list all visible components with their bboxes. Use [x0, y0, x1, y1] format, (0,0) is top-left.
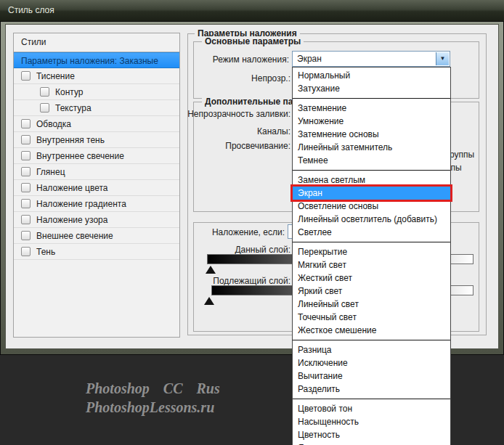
slider-handle-icon[interactable]: [204, 297, 214, 305]
sidebar-item[interactable]: Тиснение: [14, 68, 179, 84]
menu-separator: [293, 98, 450, 99]
checkbox-icon[interactable]: [40, 103, 49, 113]
blend-mode-option[interactable]: Затемнение основы: [293, 128, 450, 141]
checkbox-icon[interactable]: [21, 167, 31, 176]
blend-mode-option[interactable]: Темнее: [293, 154, 450, 167]
blend-mode-option[interactable]: Жесткое смешение: [293, 324, 450, 337]
sidebar-item-label: Внутреннее свечение: [36, 151, 124, 161]
sidebar-item[interactable]: Внутреннее свечение: [14, 148, 179, 164]
this-layer-label: Данный слой:: [189, 245, 290, 255]
blend-mode-option[interactable]: Жесткий свет: [293, 272, 450, 285]
underlying-layer-label: Подлежащий слой:: [189, 276, 290, 286]
blend-if-label: Наложение, если:: [183, 227, 285, 237]
sidebar-item-label: Тень: [36, 247, 55, 257]
checkbox-icon[interactable]: [21, 119, 31, 128]
window-titlebar[interactable]: Стиль слоя: [0, 0, 504, 22]
blend-mode-option[interactable]: Мягкий свет: [293, 258, 450, 272]
sidebar-item[interactable]: Наложение цвета: [14, 180, 179, 196]
menu-separator: [293, 340, 450, 340]
blend-mode-option[interactable]: Затемнение: [293, 102, 450, 115]
blend-mode-option[interactable]: Линейный свет: [293, 298, 450, 311]
blend-mode-option[interactable]: Вычитание: [293, 370, 450, 383]
sidebar-item-label: Контур: [55, 87, 83, 97]
blend-mode-option[interactable]: Насыщенность: [293, 415, 450, 428]
sidebar-item-label: Глянец: [36, 167, 65, 177]
styles-list-header: Стили: [14, 33, 179, 52]
sidebar-item-label: Обводка: [36, 119, 71, 129]
blend-mode-option[interactable]: Разница: [293, 343, 450, 356]
blend-mode-value: Экран: [297, 52, 322, 66]
blend-mode-option[interactable]: Перекрытие: [293, 245, 450, 258]
blend-mode-option[interactable]: Цветовой тон: [293, 402, 450, 415]
checkbox-icon[interactable]: [21, 151, 31, 160]
blend-mode-option[interactable]: Яркий свет: [293, 285, 450, 298]
blend-mode-option[interactable]: Линейный осветлитель (добавить): [293, 213, 450, 226]
blend-mode-option[interactable]: Замена светлым: [293, 173, 450, 187]
slider-handle-icon[interactable]: [206, 266, 216, 274]
blend-mode-option[interactable]: Цветность: [293, 428, 450, 441]
sidebar-items: ТиснениеКонтурТекстураОбводкаВнутренняя …: [14, 68, 179, 260]
blend-mode-option[interactable]: Умножение: [293, 115, 450, 128]
blend-mode-option[interactable]: Затухание: [293, 82, 450, 95]
fill-opacity-label: Непрозрачность заливки:: [187, 109, 290, 119]
blend-mode-option[interactable]: Исключение: [293, 356, 450, 370]
menu-separator: [293, 170, 450, 171]
menu-separator: [293, 242, 450, 242]
checkbox-icon[interactable]: [40, 87, 49, 97]
checkbox-icon[interactable]: [21, 183, 31, 192]
blend-mode-option[interactable]: Осветление основы: [293, 200, 450, 213]
blend-mode-combobox[interactable]: Экран ▼: [292, 51, 450, 67]
sidebar-item-blending-options[interactable]: Параметры наложения: Заказные: [14, 52, 179, 68]
sidebar-item[interactable]: Контур: [14, 84, 179, 100]
blend-mode-option[interactable]: Разделить: [293, 383, 450, 396]
sidebar-item-label: Внутренняя тень: [36, 135, 105, 145]
sidebar-item[interactable]: Наложение узора: [14, 212, 179, 228]
sidebar-item[interactable]: Наложение градиента: [14, 196, 179, 212]
sidebar-item-label: Наложение градиента: [36, 199, 126, 209]
watermark-line2: PhotoshopLessons.ru: [86, 398, 220, 417]
sidebar-item[interactable]: Глянец: [14, 164, 179, 180]
sidebar-item-label: Наложение узора: [36, 215, 107, 225]
knockout-label: Просвечивание:: [187, 141, 290, 151]
watermark: Photoshop CC Rus PhotoshopLessons.ru: [86, 379, 220, 417]
sidebar-item[interactable]: Внутренняя тень: [14, 132, 179, 148]
channels-label: Каналы:: [187, 126, 290, 136]
blend-mode-option[interactable]: Яркость: [293, 441, 450, 445]
checkbox-icon[interactable]: [21, 231, 31, 240]
styles-list-panel: Стили Параметры наложения: Заказные Тисн…: [13, 33, 180, 338]
sidebar-item[interactable]: Внешнее свечение: [14, 228, 179, 244]
sidebar-item[interactable]: Текстура: [14, 100, 179, 116]
blend-mode-option[interactable]: Светлее: [293, 226, 450, 239]
blend-mode-listbox: НормальныйЗатуханиеЗатемнениеУмножениеЗа…: [292, 67, 451, 445]
checkbox-icon[interactable]: [21, 215, 31, 224]
blend-mode-option[interactable]: Нормальный: [293, 69, 450, 82]
checkbox-icon[interactable]: [21, 199, 31, 208]
checkbox-icon[interactable]: [21, 247, 31, 256]
blend-mode-option[interactable]: Экран: [293, 187, 450, 200]
sidebar-item-label: Наложение цвета: [36, 183, 107, 193]
checkbox-icon[interactable]: [21, 135, 31, 144]
sidebar-item-label: Тиснение: [36, 71, 75, 81]
menu-separator: [293, 399, 450, 399]
sidebar-item-label: Внешнее свечение: [36, 231, 113, 241]
opacity-label: Непрозр.:: [218, 73, 290, 83]
sidebar-item[interactable]: Тень: [14, 244, 179, 260]
sidebar-item-label: Текстура: [55, 103, 92, 113]
checkbox-icon[interactable]: [21, 71, 31, 81]
chevron-down-icon[interactable]: ▼: [436, 52, 449, 65]
blend-mode-option[interactable]: Точечный свет: [293, 311, 450, 324]
general-blending-group-label: Основные параметры: [202, 36, 304, 46]
sidebar-item[interactable]: Обводка: [14, 116, 179, 132]
window-title: Стиль слоя: [8, 5, 54, 15]
blend-mode-label: Режим наложения:: [189, 54, 289, 65]
watermark-line1: Photoshop CC Rus: [86, 379, 220, 398]
blend-mode-option[interactable]: Линейный затемнитель: [293, 141, 450, 154]
